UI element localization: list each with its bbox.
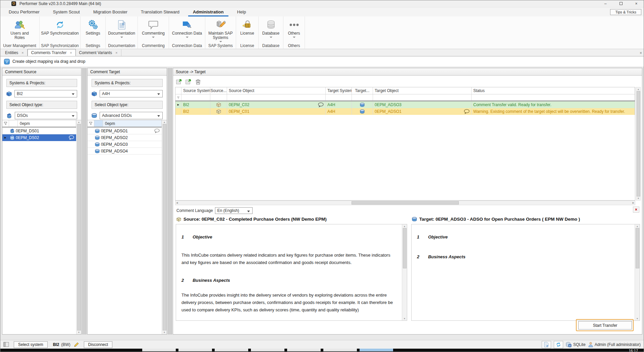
mapping-filter-row[interactable] (175, 94, 635, 101)
taskbar-button[interactable] (360, 349, 393, 351)
mapping-row-warning[interactable]: BI2 0EPM_C01 A4H 0EPM_ADSO1 Warning. Exi… (175, 108, 635, 115)
source-preview-scrollbar[interactable]: ▲ ▼ (402, 224, 407, 320)
panel-splitter[interactable] (168, 68, 172, 335)
taskbar-button[interactable] (142, 349, 176, 351)
scroll-left-icon[interactable]: ◀ (176, 202, 178, 204)
menu-docu-performer[interactable]: Docu Performer (4, 8, 44, 16)
col-status[interactable]: Status (472, 87, 635, 94)
tips-tricks-button[interactable]: Tips & Tricks (610, 9, 641, 15)
refresh-icon[interactable] (554, 341, 563, 348)
menu-translation-steward[interactable]: Translation Steward (136, 8, 184, 16)
menu-administration[interactable]: Administration (188, 8, 228, 16)
expand-arrow-icon[interactable]: ▶ (2, 136, 8, 139)
scroll-up-icon[interactable]: ▲ (163, 121, 166, 123)
panel-splitter[interactable] (82, 68, 87, 335)
target-filter-row[interactable]: 0epm (88, 120, 167, 128)
report-document-icon[interactable] (542, 341, 551, 348)
target-list-scrollbar[interactable]: ▲ ▼ (162, 120, 167, 334)
menu-system-scout[interactable]: System Scout (48, 8, 85, 16)
tab-comments-transfer[interactable]: Comments Transfer × (28, 49, 76, 56)
target-filter-input[interactable]: 0epm (103, 120, 162, 127)
filter-funnel-icon[interactable] (88, 120, 94, 127)
ribbon-maintain-sap-systems[interactable]: Maintain SAP Systems (205, 16, 236, 43)
windows-taskbar-sliver[interactable]: 16:17 (0, 349, 644, 352)
scroll-down-icon[interactable]: ▼ (637, 197, 640, 200)
ribbon-documentation[interactable]: Documentation (106, 16, 138, 43)
target-item-0epm-adso4[interactable]: 0EPM_ADSO4 (88, 148, 162, 155)
menu-help[interactable]: Help (232, 8, 251, 16)
target-item-0epm-adso2[interactable]: 0EPM_ADSO2 (88, 134, 162, 141)
filter-blank-cell (94, 120, 103, 127)
col-target-object[interactable]: Target Object (373, 87, 472, 94)
comment-language-select[interactable]: En (English) (215, 207, 253, 214)
minimize-button-icon[interactable]: – (598, 0, 613, 7)
taskbar-button[interactable] (287, 349, 321, 351)
menu-migration-booster[interactable]: Migration Booster (89, 8, 132, 16)
taskbar-button[interactable] (215, 349, 248, 351)
transfer-selected-icon[interactable] (176, 78, 182, 85)
preview-close-button[interactable]: × (633, 207, 639, 213)
target-item-0epm-adso1[interactable]: 0EPM_ADSO1 (88, 128, 162, 134)
start-transfer-button[interactable]: Start Transfer (578, 321, 632, 329)
ribbon-license[interactable]: License (236, 16, 259, 43)
scroll-up-icon[interactable]: ▲ (637, 88, 640, 90)
tree-item-label: 0EPM_DS02 (16, 135, 39, 140)
scroll-down-icon[interactable]: ▼ (636, 317, 639, 320)
target-object-type-select[interactable]: Advanced DSOs (100, 112, 163, 119)
ribbon-database[interactable]: Database (259, 16, 283, 43)
scroll-up-icon[interactable]: ▲ (404, 225, 406, 227)
scroll-down-icon[interactable]: ▼ (78, 331, 80, 334)
scroll-down-icon[interactable]: ▼ (404, 317, 406, 320)
edit-pencil-icon[interactable] (74, 342, 79, 347)
ribbon-connection-data[interactable]: Connection Data (169, 16, 205, 43)
source-object-type-select[interactable]: DSOs (15, 112, 77, 119)
select-system-button[interactable]: Select system (14, 341, 48, 348)
source-system-select[interactable]: BI2 (14, 90, 77, 97)
scroll-right-icon[interactable]: ▶ (633, 202, 634, 204)
maximize-button-icon[interactable] (613, 0, 629, 7)
source-item-0epm-ds02[interactable]: ▶ 0EPM_DS02 (2, 134, 76, 141)
taskbar-button[interactable] (251, 349, 284, 351)
col-source-system[interactable]: Source System (181, 87, 210, 94)
transfer-all-icon[interactable] (185, 78, 192, 85)
panel-toggle-icon[interactable] (3, 342, 9, 347)
scroll-down-icon[interactable]: ▼ (163, 331, 166, 334)
target-item-0epm-adso3[interactable]: 0EPM_ADSO3 (88, 141, 162, 148)
mapping-table-vscrollbar[interactable]: ▲ ▼ (636, 87, 641, 201)
ribbon-sap-synchronization[interactable]: SAP Synchronization (40, 16, 80, 43)
tab-close-icon[interactable]: × (21, 51, 23, 55)
tab-close-icon[interactable]: × (115, 51, 117, 55)
mapping-table-hscrollbar[interactable]: ◀ ▶ (175, 201, 635, 205)
adso-icon (94, 136, 101, 140)
tab-entities[interactable]: Entities × (2, 49, 28, 56)
source-item-0epm-ds01[interactable]: 0EPM_DS01 (2, 128, 76, 134)
delete-mapping-icon[interactable] (195, 78, 201, 85)
close-button-icon[interactable]: × (629, 0, 644, 7)
group-label: User Management (0, 43, 40, 49)
filter-funnel-icon[interactable] (175, 94, 181, 100)
source-filter-input[interactable]: 0epm (18, 120, 76, 127)
tab-close-icon[interactable]: × (70, 51, 72, 55)
col-source-object[interactable]: Source Object (227, 87, 326, 94)
tabbar-close-icon[interactable]: × (640, 51, 642, 55)
taskbar-button[interactable] (178, 349, 212, 351)
ribbon-commenting[interactable]: Commenting (138, 16, 169, 43)
target-system-select[interactable]: A4H (100, 90, 163, 97)
mapping-row-valid[interactable]: ▶ BI2 0EPM_C02 A4H 0EPM_ADSO3 Comment Tr… (175, 101, 635, 108)
col-source-type[interactable]: Source... (210, 87, 227, 94)
filter-funnel-icon[interactable] (2, 120, 9, 127)
ribbon-others[interactable]: Others (283, 16, 305, 43)
source-list-scrollbar[interactable]: ▲ ▼ (76, 120, 81, 334)
disconnect-button[interactable]: Disconnect (84, 341, 112, 348)
scroll-up-icon[interactable]: ▲ (636, 225, 639, 227)
ribbon-settings[interactable]: Settings (80, 16, 106, 43)
target-preview-scrollbar[interactable]: ▲ ▼ (635, 224, 640, 320)
tab-comment-variants[interactable]: Comment Variants × (76, 49, 121, 56)
scroll-up-icon[interactable]: ▲ (78, 121, 80, 123)
col-target-system[interactable]: Target System (326, 87, 352, 94)
col-target-type[interactable]: Target... (352, 87, 373, 94)
ribbon-users-roles[interactable]: Users and Roles (0, 16, 40, 43)
source-filter-row[interactable]: 0epm (2, 120, 81, 128)
taskbar-button[interactable] (323, 349, 357, 351)
section-number: 2 (181, 278, 184, 283)
